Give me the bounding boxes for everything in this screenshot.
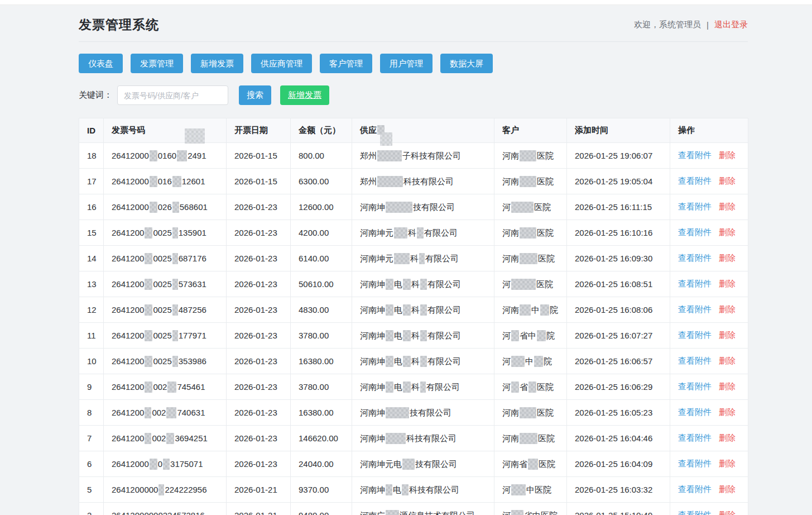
cell-text: 开票日期 [234,125,268,135]
view-attachment-link[interactable]: 查看附件 [678,407,712,417]
cell-text: 中 [525,356,534,366]
delete-link[interactable]: 删除 [719,510,736,515]
cell-text: 3694251 [175,433,207,443]
cell-text: 2641200 [112,408,144,417]
cell-text: 河 [502,331,511,340]
cell-text: 院 [550,305,558,314]
cell-invoice-number: 26412000025177971 [104,323,227,349]
nav-button-supplier-management[interactable]: 供应商管理 [251,54,312,73]
cell-text: 发票号码 [112,125,145,135]
view-attachment-link[interactable]: 查看附件 [678,253,712,263]
cell-text: 12601 [182,177,205,186]
delete-link[interactable]: 删除 [719,484,736,494]
cell-text: 有限公司 [426,382,460,392]
cell-text: 河南 [502,305,519,314]
nav-button-user-management[interactable]: 用户管理 [380,54,433,73]
cell-supplier: 河南坤电科有限公司 [352,323,494,349]
cell-invoice-date: 2026-01-23 [227,271,291,297]
cell-amount: 4830.00 [291,297,352,323]
page-title: 发票管理系统 [79,16,159,34]
redaction-mask [520,150,536,161]
cell-text: 3175071 [170,459,203,469]
delete-link[interactable]: 删除 [719,253,736,263]
cell-supplier: 河南广源信息技术有限公司 [352,503,494,515]
view-attachment-link[interactable]: 查看附件 [678,176,712,185]
view-attachment-link[interactable]: 查看附件 [678,279,712,288]
delete-link[interactable]: 删除 [719,330,736,340]
cell-actions: 查看附件删除 [670,503,748,515]
cell-text: 745461 [177,382,205,392]
delete-link[interactable]: 删除 [719,433,736,442]
cell-text: 电 [394,331,402,340]
view-attachment-link[interactable]: 查看附件 [678,510,712,515]
nav-button-customer-management[interactable]: 客户管理 [320,54,372,73]
view-attachment-link[interactable]: 查看附件 [678,459,712,468]
cell-text: 医院 [537,228,554,237]
cell-id: 7 [79,426,104,451]
cell-invoice-number: 2641200003175071 [104,451,227,477]
redaction-mask [145,382,152,393]
cell-text: 河南坤 [360,382,385,392]
cell-text: 2641200 [112,382,144,392]
logout-link[interactable]: 退出登录 [714,20,748,30]
cell-text: 电 [394,279,402,289]
delete-link[interactable]: 删除 [719,459,736,468]
column-header-amount: 金额（元） [291,118,352,143]
view-attachment-link[interactable]: 查看附件 [678,227,712,237]
cell-supplier: 河南坤技有限公司 [352,400,494,426]
cell-text: 568601 [180,202,208,212]
view-attachment-link[interactable]: 查看附件 [678,433,712,442]
cell-text: 医院 [537,151,554,160]
delete-link[interactable]: 删除 [719,279,736,288]
redaction-mask [172,279,178,290]
nav-button-dashboard[interactable]: 仪表盘 [79,54,123,73]
cell-text: 河南坤 [360,331,385,340]
redaction-mask [511,330,519,341]
add-invoice-button[interactable]: 新增发票 [280,85,329,105]
view-attachment-link[interactable]: 查看附件 [678,202,712,211]
cell-customer: 河南医院 [494,246,567,271]
cell-supplier: 郑州科技有限公司 [352,169,494,194]
view-attachment-link[interactable]: 查看附件 [678,356,712,365]
delete-link[interactable]: 删除 [719,227,736,237]
column-header-customer: 客户 [494,118,567,143]
cell-customer: 河南医院 [494,426,567,451]
cell-text: 科 [411,356,420,366]
delete-link[interactable]: 删除 [719,382,736,391]
cell-text: 河南省 [502,459,527,469]
delete-link[interactable]: 删除 [719,356,736,365]
cell-actions: 查看附件删除 [670,194,748,220]
redaction-mask [403,382,411,393]
delete-link[interactable]: 删除 [719,407,736,417]
delete-link[interactable]: 删除 [719,202,736,211]
delete-link[interactable]: 删除 [719,304,736,314]
redaction-mask [172,202,179,213]
cell-amount: 50610.00 [291,271,352,297]
view-attachment-link[interactable]: 查看附件 [678,330,712,340]
view-attachment-link[interactable]: 查看附件 [678,304,712,314]
cell-id: 10 [79,349,104,374]
nav-button-data-screen[interactable]: 数据大屏 [440,54,493,73]
keyword-input[interactable] [117,85,228,105]
view-attachment-link[interactable]: 查看附件 [678,150,712,160]
cell-amount: 146620.00 [291,426,352,451]
cell-text: 河南 [502,228,519,237]
nav-button-add-invoice[interactable]: 新增发票 [191,54,243,73]
redaction-mask [511,382,519,393]
delete-link[interactable]: 删除 [719,150,736,160]
redaction-mask [386,484,392,495]
view-attachment-link[interactable]: 查看附件 [678,382,712,391]
cell-text: 有限公司 [425,254,459,263]
cell-id: 16 [79,194,104,220]
cell-customer: 河省中医院 [494,503,567,515]
cell-added-time: 2026-01-25 16:05:23 [567,400,670,426]
cell-text: 技有限公司 [415,459,457,469]
delete-link[interactable]: 删除 [719,176,736,185]
view-attachment-link[interactable]: 查看附件 [678,484,712,494]
cell-added-time: 2026-01-25 16:10:16 [567,220,670,246]
redaction-mask [511,484,526,495]
search-button[interactable]: 搜索 [239,85,271,105]
column-header-invoice-date: 开票日期 [227,118,291,143]
cell-text: 技有限公司 [413,202,455,212]
nav-button-invoice-management[interactable]: 发票管理 [131,54,183,73]
